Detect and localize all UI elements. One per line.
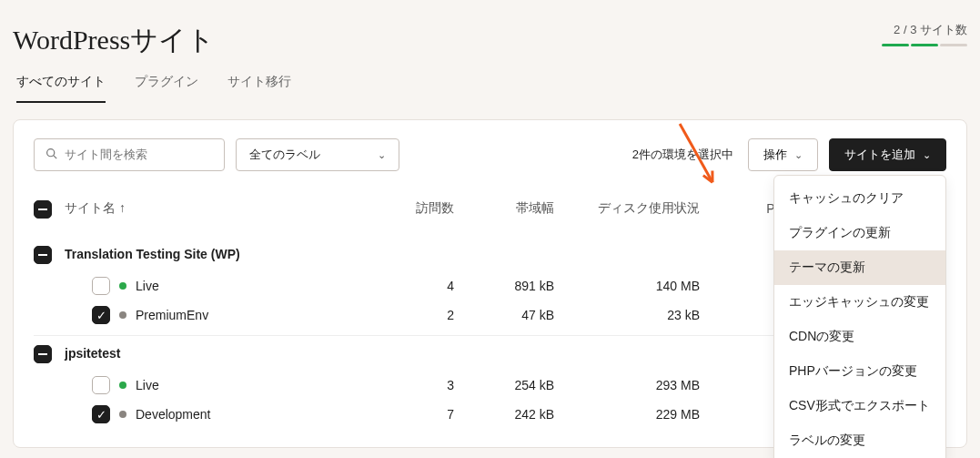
svg-point-0 bbox=[47, 149, 55, 157]
chevron-down-icon: ⌄ bbox=[923, 149, 931, 161]
env-visits: 2 bbox=[374, 308, 474, 322]
group-checkbox[interactable] bbox=[34, 246, 52, 264]
page-title: WordPressサイト bbox=[13, 22, 215, 59]
actions-menu-item[interactable]: CDNの変更 bbox=[774, 320, 945, 354]
tab-2[interactable]: サイト移行 bbox=[227, 66, 291, 103]
tab-1[interactable]: プラグイン bbox=[135, 66, 198, 103]
group-name[interactable]: Translation Testing Site (WP) bbox=[65, 247, 374, 261]
site-quota-bar bbox=[882, 44, 967, 46]
actions-menu-item[interactable]: ラベルの変更 bbox=[774, 423, 945, 458]
env-disk: 293 MB bbox=[574, 378, 720, 392]
svg-line-1 bbox=[54, 156, 56, 158]
sites-panel: サイト間を検索 全てのラベル ⌄ 2件の環境を選択中 操作 ⌄ サイトを追加 ⌄… bbox=[13, 119, 967, 448]
actions-label: 操作 bbox=[763, 147, 787, 163]
col-disk: ディスク使用状況 bbox=[574, 200, 720, 217]
sort-asc-icon: ↑ bbox=[119, 200, 126, 215]
status-dot-icon bbox=[119, 311, 126, 319]
tabs: すべてのサイトプラグインサイト移行 bbox=[0, 59, 980, 103]
env-checkbox[interactable] bbox=[92, 376, 110, 394]
env-name[interactable]: PremiumEnv bbox=[136, 308, 208, 322]
actions-menu-item[interactable]: テーマの更新 bbox=[774, 250, 945, 285]
actions-dropdown: キャッシュのクリアプラグインの更新テーマの更新エッジキャッシュの変更CDNの変更… bbox=[773, 175, 946, 458]
group-name[interactable]: jpsitetest bbox=[65, 346, 374, 361]
env-checkbox[interactable] bbox=[92, 277, 110, 295]
search-input[interactable]: サイト間を検索 bbox=[34, 138, 225, 171]
actions-menu-item[interactable]: プラグインの更新 bbox=[774, 216, 945, 250]
actions-menu-item[interactable]: キャッシュのクリア bbox=[774, 181, 945, 216]
env-disk: 23 kB bbox=[574, 308, 720, 322]
env-disk: 229 MB bbox=[574, 407, 720, 422]
add-site-button[interactable]: サイトを追加 ⌄ bbox=[829, 138, 946, 171]
chevron-down-icon: ⌄ bbox=[378, 149, 386, 161]
actions-menu-item[interactable]: PHPバージョンの変更 bbox=[774, 354, 945, 389]
col-bandwidth: 帯域幅 bbox=[474, 200, 574, 217]
add-site-label: サイトを追加 bbox=[844, 147, 915, 163]
actions-menu-item[interactable]: エッジキャッシュの変更 bbox=[774, 285, 945, 320]
env-bandwidth: 891 kB bbox=[474, 279, 574, 293]
col-site-name[interactable]: サイト名↑ bbox=[65, 200, 374, 217]
actions-button[interactable]: 操作 ⌄ bbox=[748, 138, 818, 171]
status-dot-icon bbox=[119, 382, 126, 389]
tab-0[interactable]: すべてのサイト bbox=[16, 66, 106, 103]
status-dot-icon bbox=[119, 411, 126, 418]
env-bandwidth: 254 kB bbox=[474, 378, 574, 392]
env-disk: 140 MB bbox=[574, 279, 720, 293]
group-checkbox[interactable] bbox=[34, 345, 52, 363]
label-filter-select[interactable]: 全てのラベル ⌄ bbox=[236, 138, 399, 171]
env-bandwidth: 47 kB bbox=[474, 308, 574, 322]
env-visits: 3 bbox=[374, 378, 474, 392]
status-dot-icon bbox=[119, 282, 126, 290]
site-quota: 2 / 3 サイト数 bbox=[882, 22, 967, 46]
label-filter-value: 全てのラベル bbox=[249, 147, 320, 163]
env-checkbox[interactable] bbox=[92, 306, 110, 324]
select-all-checkbox[interactable] bbox=[34, 200, 52, 219]
env-checkbox[interactable] bbox=[92, 405, 110, 423]
col-visits: 訪問数 bbox=[374, 200, 474, 217]
selected-count: 2件の環境を選択中 bbox=[632, 147, 733, 163]
env-name[interactable]: Live bbox=[136, 279, 159, 293]
search-placeholder: サイト間を検索 bbox=[65, 147, 147, 163]
env-visits: 4 bbox=[374, 279, 474, 293]
site-quota-text: 2 / 3 サイト数 bbox=[882, 22, 967, 38]
actions-menu-item[interactable]: CSV形式でエクスポート bbox=[774, 389, 945, 423]
env-bandwidth: 242 kB bbox=[474, 407, 574, 422]
env-name[interactable]: Development bbox=[136, 407, 211, 422]
env-name[interactable]: Live bbox=[136, 378, 159, 392]
env-visits: 7 bbox=[374, 407, 474, 422]
search-icon bbox=[45, 148, 57, 162]
chevron-down-icon: ⌄ bbox=[794, 149, 803, 161]
